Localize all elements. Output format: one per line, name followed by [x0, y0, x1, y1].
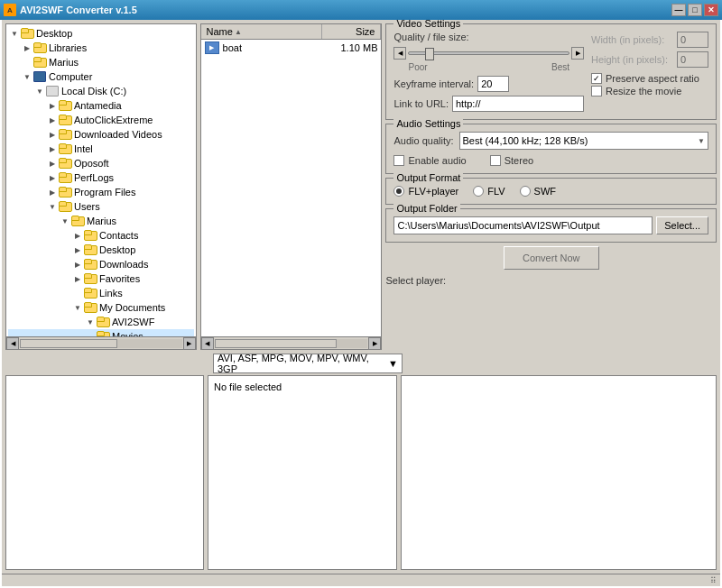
- slider-thumb[interactable]: [425, 48, 434, 60]
- radio-flv[interactable]: FLV: [473, 186, 504, 197]
- tree-label-program-files: Program Files: [74, 187, 135, 198]
- tree-item-downloads[interactable]: Downloads: [8, 257, 194, 271]
- tree-label-marius-user: Marius: [87, 216, 116, 226]
- tree-item-oposoft[interactable]: Oposoft: [8, 156, 194, 170]
- tree-item-downloaded-videos[interactable]: Downloaded Videos: [8, 127, 194, 142]
- sort-arrow: ▲: [235, 28, 242, 36]
- select-folder-button[interactable]: Select...: [656, 216, 708, 234]
- radio-flv-input[interactable]: [473, 186, 484, 197]
- folder-icon-desktop2: [84, 244, 97, 255]
- poor-best-row: Poor Best: [393, 62, 584, 72]
- tree-item-marius-root[interactable]: Marius: [8, 55, 194, 69]
- format-dropdown-row: AVI, ASF, MPG, MOV, MPV, WMV, 3GP ▼: [2, 354, 720, 375]
- tree-item-libraries[interactable]: Libraries: [8, 41, 194, 55]
- width-input[interactable]: [677, 32, 708, 48]
- tree-hscrollbar[interactable]: ◀ ▶: [6, 336, 196, 349]
- slider-row: ◀ ▶: [393, 44, 584, 62]
- preserve-label: Preserve aspect ratio: [606, 73, 699, 84]
- tree-item-contacts[interactable]: Contacts: [8, 228, 194, 243]
- stereo-checkbox[interactable]: [490, 155, 501, 166]
- quality-label: Quality / file size:: [393, 32, 468, 42]
- folder-icon-my-documents: [84, 302, 97, 313]
- tree-item-perflogs[interactable]: PerfLogs: [8, 170, 194, 185]
- tree-item-computer[interactable]: Computer: [8, 69, 194, 84]
- tree-item-autoclickextreme[interactable]: AutoClickExtreme: [8, 113, 194, 127]
- radio-swf-input[interactable]: [520, 186, 531, 197]
- tree-item-marius-user[interactable]: Marius: [8, 214, 194, 228]
- scroll-right-btn[interactable]: ▶: [183, 337, 196, 350]
- tree-item-favorites[interactable]: Favorites: [8, 271, 194, 286]
- tree-item-desktop2[interactable]: Desktop: [8, 243, 194, 257]
- file-scroll-right-btn[interactable]: ▶: [368, 337, 381, 350]
- tree-item-program-files[interactable]: Program Files: [8, 185, 194, 199]
- scroll-thumb[interactable]: [20, 339, 117, 348]
- title-bar: A AVI2SWF Converter v.1.5 — □ ✕: [0, 0, 722, 20]
- maximize-button[interactable]: □: [688, 4, 702, 16]
- tree-item-links[interactable]: Links: [8, 286, 194, 300]
- folder-row: C:\Users\Marius\Documents\AVI2SWF\Output…: [393, 216, 708, 234]
- select-player-label: Select player:: [385, 275, 446, 286]
- drive-icon: [46, 86, 59, 96]
- width-label: Width (in pixels):: [591, 34, 664, 45]
- tree-item-my-documents[interactable]: My Documents: [8, 300, 194, 315]
- format-dropdown-arrow-icon: ▼: [388, 358, 398, 369]
- preserve-row[interactable]: Preserve aspect ratio: [591, 73, 708, 84]
- tree-item-movies[interactable]: Movies: [8, 329, 194, 336]
- slider-right-btn[interactable]: ▶: [571, 47, 584, 60]
- file-list-panel: Name ▲ Size ▶ boat 1.10 MB ◀ ▶: [200, 23, 383, 350]
- file-list-content[interactable]: ▶ boat 1.10 MB: [201, 40, 382, 336]
- enable-audio-row[interactable]: Enable audio: [393, 155, 466, 166]
- tree-item-desktop[interactable]: Desktop: [8, 26, 194, 41]
- file-tree-panel: Desktop Libraries Marius: [5, 23, 197, 350]
- tree-label-desktop2: Desktop: [99, 244, 135, 255]
- tree-label-favorites: Favorites: [99, 273, 140, 284]
- col-header-size[interactable]: Size: [322, 24, 381, 39]
- tree-item-avi2swf[interactable]: AVI2SWF: [8, 315, 194, 329]
- tree-item-local-disk[interactable]: Local Disk (C:): [8, 84, 194, 98]
- computer-icon: [33, 71, 46, 82]
- quality-slider[interactable]: [408, 44, 569, 62]
- height-input[interactable]: [677, 51, 708, 68]
- file-tree[interactable]: Desktop Libraries Marius: [6, 24, 196, 336]
- radio-flv-player[interactable]: FLV+player: [393, 186, 458, 197]
- col-header-name[interactable]: Name ▲: [201, 24, 323, 39]
- folder-icon-marius-root: [33, 57, 46, 68]
- radio-flv-player-input[interactable]: [393, 186, 404, 197]
- resize-grip-icon: ⠿: [710, 576, 717, 585]
- resize-checkbox[interactable]: [591, 86, 602, 96]
- file-row-boat[interactable]: ▶ boat 1.10 MB: [201, 40, 382, 56]
- tree-item-antamedia[interactable]: Antamedia: [8, 98, 194, 113]
- col-name-label: Name: [207, 26, 233, 37]
- scroll-track[interactable]: [20, 339, 182, 348]
- file-scroll-left-btn[interactable]: ◀: [201, 337, 214, 350]
- convert-button[interactable]: Convert Now: [504, 246, 599, 270]
- folder-icon-marius-user: [71, 216, 84, 226]
- file-scroll-track[interactable]: [215, 339, 368, 348]
- stereo-row[interactable]: Stereo: [490, 155, 533, 166]
- file-list-hscrollbar[interactable]: ◀ ▶: [201, 336, 382, 349]
- tree-arrow-libraries: [21, 41, 33, 54]
- radio-swf[interactable]: SWF: [520, 186, 556, 197]
- folder-icon-contacts: [84, 230, 97, 241]
- slider-left-btn[interactable]: ◀: [393, 47, 406, 60]
- audio-quality-select[interactable]: Best (44,100 kHz; 128 KB/s) ▼: [459, 132, 708, 150]
- enable-audio-checkbox[interactable]: [393, 155, 404, 166]
- resize-row[interactable]: Resize the movie: [591, 86, 708, 96]
- preserve-checkbox[interactable]: [591, 73, 602, 84]
- tree-item-intel[interactable]: Intel: [8, 142, 194, 156]
- stereo-label: Stereo: [504, 155, 533, 166]
- minimize-button[interactable]: —: [671, 4, 686, 16]
- scroll-left-btn[interactable]: ◀: [6, 337, 19, 350]
- folder-icon-links: [84, 288, 97, 299]
- format-dropdown[interactable]: AVI, ASF, MPG, MOV, MPV, WMV, 3GP ▼: [213, 354, 403, 373]
- keyframe-input[interactable]: [477, 76, 509, 92]
- tree-arrow-downloads: [71, 258, 84, 271]
- tree-arrow-contacts: [71, 229, 84, 242]
- link-input[interactable]: [452, 96, 584, 112]
- folder-icon-libraries: [33, 42, 46, 53]
- width-row: Width (in pixels):: [591, 32, 708, 48]
- file-scroll-thumb[interactable]: [215, 339, 338, 348]
- close-button[interactable]: ✕: [704, 4, 718, 16]
- quality-row: Quality / file size:: [393, 32, 584, 42]
- tree-item-users[interactable]: Users: [8, 199, 194, 214]
